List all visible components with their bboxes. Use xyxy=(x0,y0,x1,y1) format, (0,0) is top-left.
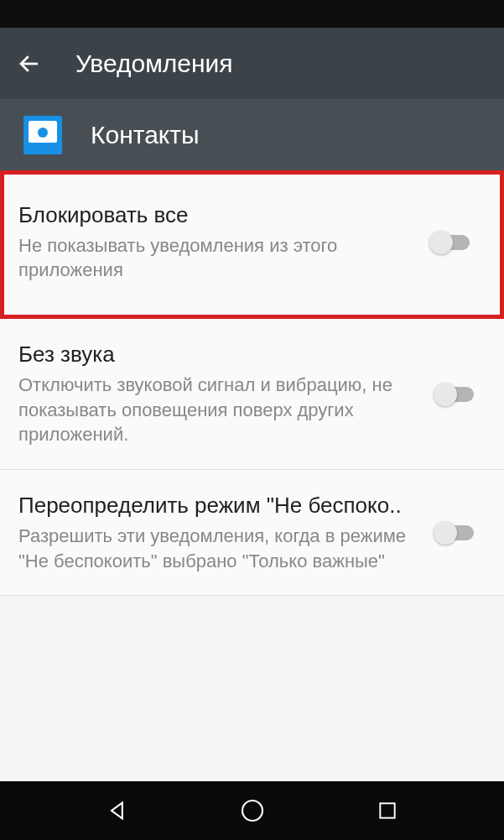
contacts-app-icon xyxy=(23,116,62,154)
setting-text: Переопределить режим "Не беспоко.. Разре… xyxy=(18,492,437,573)
setting-desc: Не показывать уведомления из этого прило… xyxy=(18,233,419,283)
status-bar xyxy=(0,0,504,28)
app-name-label: Контакты xyxy=(91,121,200,149)
nav-recent-icon[interactable] xyxy=(377,800,398,822)
svg-point-2 xyxy=(242,801,262,821)
setting-text: Без звука Отключить звуковой сигнал и ви… xyxy=(18,341,437,447)
setting-title: Блокировать все xyxy=(18,201,419,230)
setting-title: Переопределить режим "Не беспоко.. xyxy=(18,492,423,520)
toggle-switch[interactable] xyxy=(437,387,474,402)
svg-rect-3 xyxy=(380,803,394,817)
nav-back-icon[interactable] xyxy=(106,799,129,822)
setting-title: Без звука xyxy=(18,341,423,369)
nav-home-icon[interactable] xyxy=(239,797,266,824)
setting-silent[interactable]: Без звука Отключить звуковой сигнал и ви… xyxy=(0,319,504,470)
back-icon[interactable] xyxy=(17,51,42,76)
setting-desc: Разрешить эти уведомления, когда в режим… xyxy=(18,524,423,573)
toggle-switch[interactable] xyxy=(433,235,470,250)
toggle-switch[interactable] xyxy=(437,525,474,540)
setting-text: Блокировать все Не показывать уведомлени… xyxy=(18,201,433,283)
navigation-bar xyxy=(0,781,504,840)
setting-override-dnd[interactable]: Переопределить режим "Не беспоко.. Разре… xyxy=(0,470,504,596)
app-bar: Уведомления xyxy=(0,28,504,99)
page-title: Уведомления xyxy=(75,50,233,78)
settings-list: Блокировать все Не показывать уведомлени… xyxy=(0,170,504,596)
app-header: Контакты xyxy=(0,99,504,170)
svg-marker-1 xyxy=(112,803,122,819)
setting-desc: Отключить звуковой сигнал и вибрацию, не… xyxy=(18,373,423,447)
setting-block-all[interactable]: Блокировать все Не показывать уведомлени… xyxy=(0,170,504,319)
